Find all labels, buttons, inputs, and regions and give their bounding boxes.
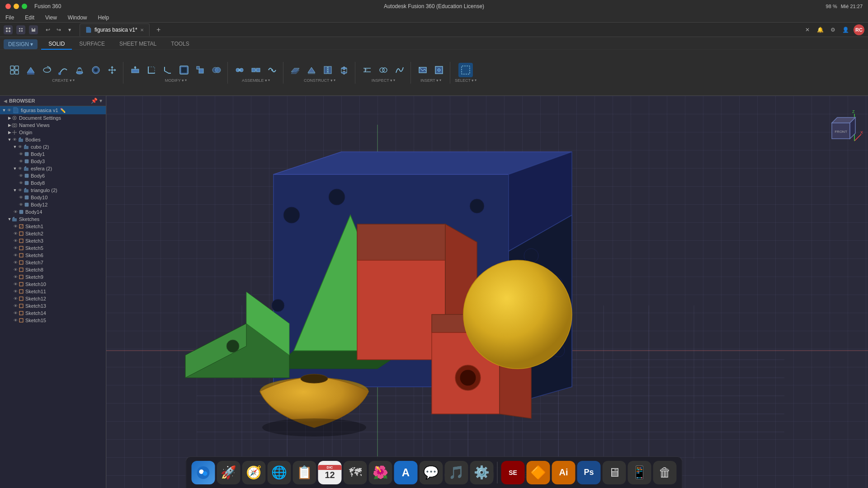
tree-item-doc-settings[interactable]: ▶ Document Settings bbox=[0, 114, 106, 122]
browser-pin-button[interactable]: 📌 bbox=[91, 98, 98, 104]
dock-safari[interactable]: 🧭 bbox=[242, 461, 266, 484]
dock-itunes[interactable]: 🎵 bbox=[445, 461, 468, 484]
dock-maps[interactable]: 🗺 bbox=[344, 461, 367, 484]
dock-fusion360[interactable]: 🔶 bbox=[527, 461, 550, 484]
offset-plane-button[interactable] bbox=[288, 63, 302, 77]
motion-button[interactable] bbox=[265, 63, 279, 77]
redo-button[interactable]: ↪ bbox=[54, 25, 63, 34]
curvature-button[interactable] bbox=[392, 63, 407, 77]
insert-canvas-button[interactable] bbox=[415, 63, 430, 77]
construct-label[interactable]: CONSTRUCT ▾ ▾ bbox=[304, 78, 335, 83]
tree-item-bodies[interactable]: ▼ 👁 Bodies bbox=[0, 136, 106, 143]
tree-item-sketch10[interactable]: 👁 Sketch10 bbox=[0, 281, 106, 288]
menu-edit[interactable]: Edit bbox=[23, 14, 36, 22]
press-pull-button[interactable] bbox=[128, 63, 142, 77]
dock-messages[interactable]: 💬 bbox=[420, 461, 443, 484]
new-tab-button[interactable]: + bbox=[153, 24, 164, 35]
plane-angle-button[interactable] bbox=[304, 63, 319, 77]
inspect-label[interactable]: INSPECT ▾ ▾ bbox=[372, 78, 395, 83]
tree-item-sketch7[interactable]: 👁 Sketch7 bbox=[0, 259, 106, 266]
midplane-button[interactable] bbox=[321, 63, 335, 77]
home-button[interactable] bbox=[4, 25, 13, 34]
settings-button[interactable]: ⚙ bbox=[828, 25, 837, 34]
extrude-button[interactable] bbox=[24, 63, 38, 77]
tree-item-body12[interactable]: 👁 Body12 bbox=[0, 201, 106, 208]
dock-photos[interactable]: 🌺 bbox=[369, 461, 392, 484]
tree-item-sketch5[interactable]: 👁 Sketch5 bbox=[0, 244, 106, 252]
viewport[interactable]: FRONT Z X bbox=[106, 96, 868, 488]
scale-button[interactable] bbox=[193, 63, 208, 77]
tree-item-body10[interactable]: 👁 Body10 bbox=[0, 194, 106, 201]
dock-calendar[interactable]: DIC 12 bbox=[318, 461, 342, 484]
chamfer-button[interactable] bbox=[160, 63, 175, 77]
loft-button[interactable] bbox=[72, 63, 87, 77]
tree-item-sketch14[interactable]: 👁 Sketch14 bbox=[0, 310, 106, 317]
new-component-button[interactable] bbox=[7, 63, 22, 77]
revolve-button[interactable] bbox=[40, 63, 54, 77]
select-button[interactable] bbox=[458, 63, 473, 77]
menu-help[interactable]: Help bbox=[96, 14, 111, 22]
tab-close-icon[interactable]: ✕ bbox=[140, 28, 144, 33]
axis-cylinder-button[interactable] bbox=[337, 63, 351, 77]
viewcube[interactable]: FRONT Z X bbox=[823, 105, 859, 141]
tree-item-root[interactable]: ▼ 👁 figuras basica v1 ✏️ bbox=[0, 106, 106, 114]
notification-button[interactable]: 🔔 bbox=[816, 25, 825, 34]
fillet-button[interactable] bbox=[144, 63, 159, 77]
tree-item-esfera[interactable]: ▼ 👁 esfera (2) bbox=[0, 165, 106, 172]
dock-appstore[interactable]: A bbox=[394, 461, 418, 484]
dock-system-prefs[interactable]: ⚙️ bbox=[470, 461, 494, 484]
account-button[interactable]: 👤 bbox=[841, 25, 850, 34]
interference-button[interactable] bbox=[376, 63, 391, 77]
edit-name-icon[interactable]: ✏️ bbox=[60, 108, 66, 113]
assemble-label[interactable]: ASSEMBLE ▾ ▾ bbox=[242, 78, 270, 83]
dock-trash[interactable]: 🗑 bbox=[653, 461, 677, 484]
joint-button[interactable] bbox=[232, 63, 247, 77]
rigid-group-button[interactable] bbox=[249, 63, 263, 77]
close-button[interactable] bbox=[5, 4, 11, 9]
select-label[interactable]: SELECT ▾ ▾ bbox=[455, 78, 476, 83]
tree-item-triangulo[interactable]: ▼ 👁 triangulo (2) bbox=[0, 187, 106, 194]
insert-label[interactable]: INSERT ▾ ▾ bbox=[420, 78, 441, 83]
new-tab-icon[interactable] bbox=[16, 25, 25, 34]
tree-item-origin[interactable]: ▶ Origin bbox=[0, 129, 106, 136]
create-label[interactable]: CREATE ▾ ▾ bbox=[52, 78, 74, 83]
tree-item-sketch2[interactable]: 👁 Sketch2 bbox=[0, 230, 106, 237]
app-menu-fusion[interactable]: Fusion 360 bbox=[34, 3, 61, 9]
insert-mcad-button[interactable] bbox=[432, 63, 446, 77]
tree-item-cubo[interactable]: ▼ 👁 cubo (2) bbox=[0, 143, 106, 150]
tree-item-sketch9[interactable]: 👁 Sketch9 bbox=[0, 273, 106, 281]
shell-button[interactable] bbox=[177, 63, 191, 77]
measure-button[interactable]: d bbox=[360, 63, 374, 77]
tree-item-body6[interactable]: 👁 Body6 bbox=[0, 172, 106, 179]
design-mode-button[interactable]: DESIGN ▾ bbox=[4, 39, 38, 49]
minimize-button[interactable] bbox=[14, 4, 19, 9]
user-avatar[interactable]: RC bbox=[854, 24, 864, 35]
browser-collapse-button[interactable]: ◀ bbox=[4, 99, 7, 103]
tree-item-sketch12[interactable]: 👁 Sketch12 bbox=[0, 295, 106, 302]
maximize-button[interactable] bbox=[22, 4, 27, 9]
tab-sheet-metal[interactable]: SHEET METAL bbox=[112, 39, 164, 50]
modify-label[interactable]: MODIFY ▾ ▾ bbox=[165, 78, 187, 83]
save-icon[interactable] bbox=[29, 25, 38, 34]
menu-window[interactable]: Window bbox=[66, 14, 89, 22]
tab-surface[interactable]: SURFACE bbox=[72, 39, 112, 50]
bodies-vis-icon[interactable]: 👁 bbox=[12, 137, 17, 142]
tree-item-sketch15[interactable]: 👁 Sketch15 bbox=[0, 317, 106, 324]
dock-illustrator[interactable]: Ai bbox=[552, 461, 576, 484]
tree-item-sketch6[interactable]: 👁 Sketch6 bbox=[0, 252, 106, 259]
close-tab-button[interactable]: ✕ bbox=[803, 25, 812, 34]
visibility-icon[interactable]: 👁 bbox=[6, 108, 12, 113]
tree-item-sketch1[interactable]: 👁 Sketch1 bbox=[0, 223, 106, 230]
dock-launchpad[interactable]: 🚀 bbox=[217, 461, 241, 484]
tree-item-sketches[interactable]: ▼ Sketches bbox=[0, 216, 106, 223]
tree-item-sketch3[interactable]: 👁 Sketch3 bbox=[0, 237, 106, 244]
tree-item-sketch11[interactable]: 👁 Sketch11 bbox=[0, 288, 106, 295]
tree-item-body3[interactable]: 👁 Body3 bbox=[0, 158, 106, 165]
dock-mobile[interactable]: 📱 bbox=[628, 461, 651, 484]
menu-file[interactable]: File bbox=[4, 14, 16, 22]
tree-item-body1[interactable]: 👁 Body1 bbox=[0, 150, 106, 158]
combine-button[interactable] bbox=[209, 63, 224, 77]
dock-chrome[interactable]: 🌐 bbox=[268, 461, 291, 484]
tree-item-sketch8[interactable]: 👁 Sketch8 bbox=[0, 266, 106, 273]
tree-item-body14[interactable]: 👁 Body14 bbox=[0, 208, 106, 216]
